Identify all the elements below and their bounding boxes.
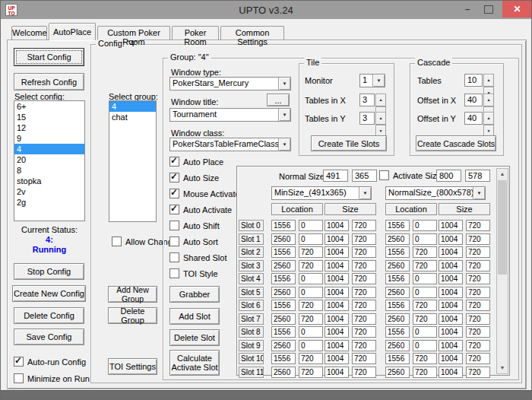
slot-field[interactable]: 720 (352, 326, 376, 338)
slot-field[interactable]: 0 (299, 287, 323, 298)
slot-field[interactable]: 1556 (385, 300, 410, 311)
browse-title-button[interactable]: ... (267, 94, 290, 106)
slot-field[interactable]: 720 (466, 220, 490, 231)
slot-field[interactable]: 720 (352, 287, 376, 298)
spinner-arrows[interactable]: ▲▼ (483, 74, 494, 87)
offset-in-y-spinner[interactable]: 40 ▲▼ (464, 112, 483, 125)
slot-field[interactable]: 1556 (271, 300, 296, 311)
slot-field[interactable]: 720 (299, 367, 323, 378)
slot-field[interactable]: 720 (466, 313, 490, 325)
checkbox-box[interactable] (14, 373, 24, 383)
chevron-down-icon[interactable]: ▼ (473, 187, 485, 199)
config-list-item[interactable]: stopka (14, 176, 84, 186)
slot-field[interactable]: 720 (466, 287, 490, 298)
slot-field[interactable]: 720 (466, 233, 490, 245)
activate-height-field[interactable]: 578 (465, 170, 490, 182)
checkbox-box[interactable] (169, 252, 179, 262)
create-tile-slots-button[interactable]: Create Tile Slots (311, 135, 387, 151)
checkbox-box[interactable] (169, 205, 179, 214)
close-button[interactable]: ✕ (502, 1, 532, 17)
slot-field[interactable]: 720 (352, 340, 376, 351)
activate-size-checkbox[interactable]: Activate Size (379, 170, 442, 180)
slot-field[interactable]: 1004 (325, 326, 349, 338)
slot-field[interactable]: 0 (413, 287, 437, 298)
slot-field[interactable]: 2560 (271, 233, 296, 245)
slot-field[interactable]: 720 (413, 246, 437, 258)
slot-field[interactable]: 0 (299, 233, 323, 245)
delete-slot-button[interactable]: Delete Slot (169, 329, 220, 346)
slot-field[interactable]: 720 (413, 367, 437, 378)
slot-field[interactable]: 1556 (271, 273, 296, 284)
slot-field[interactable]: 1004 (325, 353, 349, 364)
slot-field[interactable]: 0 (413, 220, 437, 231)
up-arrow-icon[interactable]: ▲ (483, 112, 494, 125)
slot-field[interactable]: 720 (299, 353, 323, 364)
slot-field[interactable]: 1004 (439, 220, 463, 231)
maximize-button[interactable] (480, 1, 498, 17)
chevron-down-icon[interactable]: ▼ (359, 187, 371, 199)
slot-field[interactable]: 2560 (385, 340, 410, 351)
slot-field[interactable]: 2560 (271, 367, 296, 378)
slot-field[interactable]: 0 (299, 273, 323, 284)
right-preset-combo[interactable]: NormalSize_(800x578) ▼ (385, 186, 486, 200)
window-type-combo[interactable]: PokerStars_Mercury ▼ (169, 77, 291, 90)
up-arrow-icon[interactable]: ▲ (375, 94, 386, 106)
slot-field[interactable]: 1004 (325, 220, 349, 231)
slot-field[interactable]: 2560 (385, 260, 410, 271)
chevron-down-icon[interactable]: ▼ (278, 78, 290, 90)
slot-field[interactable]: 720 (352, 260, 376, 271)
checkbox-box[interactable] (169, 173, 179, 183)
slot-field[interactable]: 720 (413, 313, 437, 325)
slot-field[interactable]: 720 (299, 313, 323, 325)
slot-field[interactable]: 1004 (439, 246, 463, 258)
slot-field[interactable]: 1004 (325, 287, 349, 298)
minimize-button[interactable]: – (458, 1, 477, 17)
normal-width-field[interactable]: 491 (323, 170, 348, 182)
config-list-item[interactable]: 20 (14, 154, 84, 165)
spinner-arrows[interactable]: ▲▼ (483, 112, 494, 125)
create-new-config-button[interactable]: Create New Config (12, 285, 86, 302)
checkbox-box[interactable] (169, 237, 179, 246)
slot-field[interactable]: 720 (466, 353, 490, 364)
add-slot-button[interactable]: Add Slot (169, 308, 220, 325)
slot-field[interactable]: 1004 (325, 367, 349, 378)
slot-field[interactable]: 2560 (271, 313, 296, 325)
slot-field[interactable]: 720 (466, 326, 490, 338)
config-list-item[interactable]: 2v (14, 186, 84, 197)
slot-field[interactable]: 720 (413, 353, 437, 364)
slot-field[interactable]: 720 (466, 300, 490, 311)
slot-field[interactable]: 0 (413, 273, 437, 284)
tab-poker-room[interactable]: Poker Room (172, 26, 219, 40)
slot-field[interactable]: 2560 (271, 340, 296, 351)
slot-field[interactable]: 2560 (271, 287, 296, 298)
slot-field[interactable]: 720 (352, 233, 376, 245)
checkbox-box[interactable] (379, 170, 389, 180)
slot-field[interactable]: 0 (413, 233, 437, 245)
slot-field[interactable]: 0 (299, 340, 323, 351)
slot-field[interactable]: 1004 (439, 313, 463, 325)
scroll-up-icon[interactable]: ▲ (497, 169, 508, 179)
config-list-item[interactable]: 4 (14, 144, 84, 154)
slot-field[interactable]: 1004 (325, 260, 349, 271)
slot-field[interactable]: 720 (352, 220, 376, 231)
vertical-scrollbar[interactable]: ▲ ▼ (496, 168, 508, 374)
tab-welcome[interactable]: Welcome (11, 26, 47, 40)
slot-field[interactable]: 2560 (385, 367, 410, 378)
slot-field[interactable]: 1556 (271, 326, 296, 338)
delete-group-button[interactable]: Delete Group (108, 307, 157, 324)
tables-in-y-spinner[interactable]: 3 ▲▼ (359, 112, 375, 125)
slot-field[interactable]: 720 (352, 300, 376, 311)
slot-field[interactable]: 0 (413, 340, 437, 351)
slot-field[interactable]: 1004 (439, 353, 463, 364)
scrollbar-thumb[interactable] (498, 180, 507, 275)
config-list-item[interactable]: 8 (14, 165, 84, 176)
checkbox-box[interactable] (112, 237, 122, 246)
slot-field[interactable]: 720 (299, 300, 323, 311)
slot-field[interactable]: 1556 (385, 273, 410, 284)
left-preset-combo[interactable]: MinSize_(491x365) ▼ (271, 186, 372, 200)
slot-field[interactable]: 720 (299, 246, 323, 258)
up-arrow-icon[interactable]: ▲ (375, 112, 386, 125)
slot-field[interactable]: 720 (352, 246, 376, 258)
add-new-group-button[interactable]: Add New Group (108, 286, 157, 303)
slot-field[interactable]: 0 (299, 326, 323, 338)
